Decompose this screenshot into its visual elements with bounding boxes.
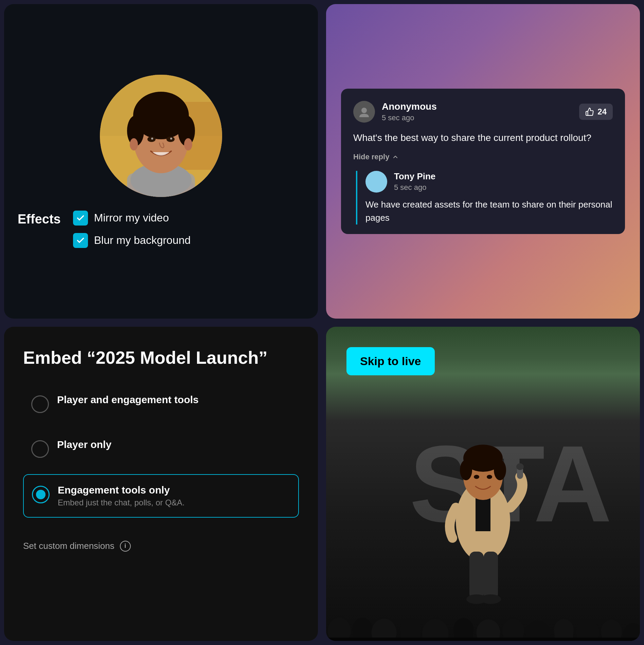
- blur-background-label: Blur my background: [94, 234, 191, 247]
- checkboxes-container: Mirror my video Blur my background: [73, 211, 191, 248]
- mirror-video-label: Mirror my video: [94, 212, 169, 224]
- embed-panel: Embed “2025 Model Launch” Player and eng…: [4, 327, 318, 641]
- comment-author: Anonymous: [382, 101, 437, 112]
- engagement-only-label: Engagement tools only: [58, 484, 185, 496]
- reply-text: We have created assets for the team to s…: [365, 198, 613, 225]
- custom-dimensions-row[interactable]: Set custom dimensions i: [23, 541, 299, 552]
- info-icon[interactable]: i: [120, 541, 131, 552]
- player-engagement-text: Player and engagement tools: [57, 394, 199, 406]
- like-count: 24: [597, 107, 607, 117]
- comment-user-row: Anonymous 5 sec ago: [353, 101, 437, 123]
- comments-panel: Anonymous 5 sec ago 24 What's the best w…: [326, 4, 640, 319]
- reply-header: Tony Pine 5 sec ago: [365, 171, 613, 193]
- engagement-only-subtitle: Embed just the chat, polls, or Q&A.: [58, 498, 185, 507]
- svg-point-17: [361, 108, 367, 113]
- effects-label: Effects: [18, 211, 61, 227]
- mirror-video-item[interactable]: Mirror my video: [73, 211, 191, 226]
- comment-time: 5 sec ago: [382, 113, 437, 122]
- player-only-text: Player only: [57, 439, 111, 450]
- comment-text: What's the best way to share the current…: [353, 131, 613, 145]
- effects-section: Effects Mirror my video Blur my backgrou…: [18, 211, 304, 248]
- custom-dimensions-label: Set custom dimensions: [23, 541, 114, 551]
- reply-time: 5 sec ago: [394, 183, 435, 192]
- anonymous-avatar: [353, 101, 375, 123]
- comment-user-info: Anonymous 5 sec ago: [382, 101, 437, 122]
- player-only-option[interactable]: Player only: [23, 429, 299, 467]
- hide-reply-button[interactable]: Hide reply: [353, 153, 613, 161]
- engagement-only-text: Engagement tools only Embed just the cha…: [58, 484, 185, 507]
- player-only-radio[interactable]: [31, 440, 49, 458]
- reply-block: Tony Pine 5 sec ago We have created asse…: [356, 171, 613, 225]
- user-avatar: [100, 75, 222, 197]
- reply-user-info: Tony Pine 5 sec ago: [394, 171, 435, 192]
- reply-author: Tony Pine: [394, 171, 435, 182]
- comment-header: Anonymous 5 sec ago 24: [353, 101, 613, 123]
- live-panel: Skip to live STA: [326, 327, 640, 641]
- svg-point-15: [151, 138, 153, 140]
- svg-point-29: [487, 475, 492, 479]
- audience-silhouettes: [326, 566, 640, 641]
- svg-point-11: [130, 138, 138, 150]
- svg-rect-31: [516, 463, 524, 470]
- svg-point-27: [494, 460, 506, 480]
- comment-card: Anonymous 5 sec ago 24 What's the best w…: [341, 89, 625, 234]
- player-engagement-option[interactable]: Player and engagement tools: [23, 384, 299, 423]
- selected-radio-dot: [36, 490, 46, 499]
- engagement-only-option[interactable]: Engagement tools only Embed just the cha…: [23, 474, 299, 518]
- svg-point-16: [170, 138, 172, 140]
- blur-background-checkbox[interactable]: [73, 233, 88, 248]
- player-engagement-label: Player and engagement tools: [57, 394, 199, 406]
- embed-title: Embed “2025 Model Launch”: [23, 347, 299, 368]
- player-only-label: Player only: [57, 439, 111, 450]
- effects-panel: Effects Mirror my video Blur my backgrou…: [4, 4, 318, 319]
- skip-to-live-button[interactable]: Skip to live: [346, 347, 435, 375]
- thumbs-up-icon: [585, 107, 594, 116]
- tony-pine-avatar: [365, 171, 387, 193]
- player-engagement-radio[interactable]: [31, 395, 49, 413]
- stage-background: Skip to live STA: [326, 327, 640, 641]
- like-badge[interactable]: 24: [579, 104, 613, 120]
- svg-point-12: [184, 138, 192, 150]
- svg-point-28: [474, 475, 479, 479]
- svg-rect-58: [326, 638, 640, 641]
- embed-options: Player and engagement tools Player only …: [23, 384, 299, 518]
- mirror-video-checkbox[interactable]: [73, 211, 88, 226]
- engagement-only-radio[interactable]: [32, 486, 50, 503]
- svg-rect-23: [476, 497, 490, 531]
- svg-point-26: [460, 460, 472, 480]
- blur-background-item[interactable]: Blur my background: [73, 233, 191, 248]
- chevron-up-icon: [392, 154, 399, 160]
